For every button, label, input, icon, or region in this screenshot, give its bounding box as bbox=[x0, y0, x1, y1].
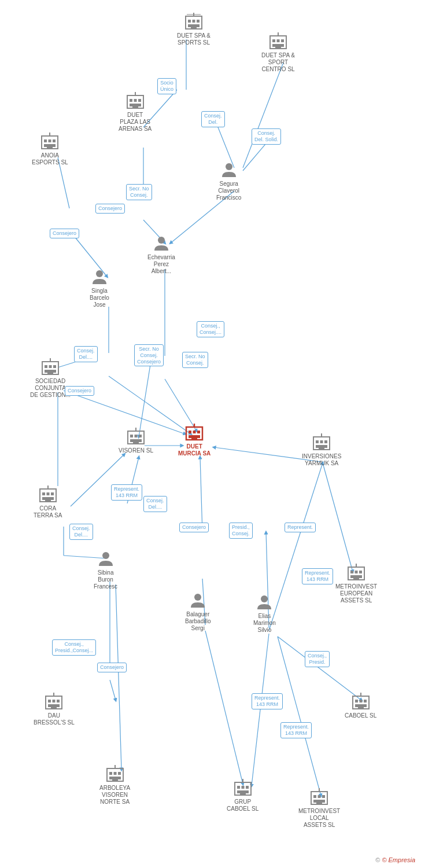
label-cora-terra: CORATERRA SA bbox=[34, 505, 62, 519]
badge-consejero-anoia: Consejero bbox=[95, 204, 125, 214]
svg-rect-101 bbox=[324, 445, 327, 448]
label-grup-caboel: GRUPCABOEL SL bbox=[227, 799, 258, 812]
label-anoia-esports: ANOIAESPORTS SL bbox=[32, 152, 68, 166]
node-duet-murcia: DUETMURCIA SA bbox=[178, 421, 211, 457]
company-icon-inversiones bbox=[311, 431, 332, 452]
badge-secr-no-consej-1: Secr. NoConsej. bbox=[126, 184, 152, 200]
svg-line-2 bbox=[243, 62, 283, 168]
badge-represent: Represent. bbox=[285, 523, 316, 532]
company-icon-arboleya-visoren bbox=[105, 763, 125, 784]
svg-rect-64 bbox=[53, 139, 56, 142]
svg-rect-133 bbox=[113, 772, 116, 775]
svg-rect-143 bbox=[237, 790, 240, 793]
node-elias-marimon: EliasMarimonSilvio bbox=[253, 593, 276, 634]
svg-rect-156 bbox=[313, 795, 316, 798]
watermark-brand: © Empresia bbox=[382, 856, 415, 863]
svg-rect-93 bbox=[197, 435, 200, 438]
badge-consejero-sibina: Consejero bbox=[97, 663, 127, 672]
svg-point-121 bbox=[194, 594, 201, 601]
svg-rect-56 bbox=[138, 99, 141, 102]
node-inversiones-yarmuk: INVERSIONESYARMUK SA bbox=[302, 431, 341, 467]
person-icon-sibina bbox=[97, 550, 115, 568]
svg-rect-109 bbox=[51, 497, 54, 500]
label-duet-spa-sports: DUET SPA & SPORTS SL bbox=[168, 32, 220, 46]
svg-rect-160 bbox=[322, 800, 325, 803]
svg-rect-140 bbox=[237, 786, 240, 789]
node-dau-bressols: DAUBRESSOL'S SL bbox=[34, 690, 75, 726]
badge-consej-del-solid: Consej.Del. Solid. bbox=[252, 128, 281, 145]
svg-rect-135 bbox=[109, 777, 112, 779]
svg-rect-137 bbox=[112, 777, 118, 781]
svg-rect-51 bbox=[275, 44, 281, 49]
svg-rect-65 bbox=[44, 144, 47, 147]
svg-rect-77 bbox=[53, 370, 56, 373]
company-icon-visoren bbox=[125, 425, 146, 446]
svg-rect-108 bbox=[42, 497, 45, 500]
svg-rect-55 bbox=[134, 99, 136, 102]
company-icon-anoia-esports bbox=[39, 130, 60, 151]
label-elias-marimon: EliasMarimonSilvio bbox=[253, 613, 276, 634]
svg-rect-116 bbox=[350, 575, 353, 578]
label-duet-murcia: DUETMURCIA SA bbox=[178, 443, 211, 457]
svg-point-70 bbox=[158, 237, 165, 244]
svg-rect-47 bbox=[276, 39, 279, 42]
label-arboleya-visoren: ARBOLEYAVISORENNORTE SA bbox=[99, 785, 130, 806]
person-icon-echevarria bbox=[152, 234, 171, 253]
svg-rect-149 bbox=[359, 700, 362, 703]
label-dau-bressols: DAUBRESSOL'S SL bbox=[34, 712, 75, 726]
svg-rect-81 bbox=[130, 435, 133, 437]
svg-rect-54 bbox=[130, 99, 132, 102]
company-icon-duet-spa-centro bbox=[268, 30, 289, 51]
svg-rect-86 bbox=[133, 439, 139, 444]
label-metroinvest-local: METROINVESTLOCALASSETS SL bbox=[298, 808, 340, 829]
svg-rect-126 bbox=[57, 700, 60, 703]
svg-rect-159 bbox=[313, 800, 316, 803]
svg-rect-94 bbox=[191, 435, 197, 440]
badge-represent-143-1: Represent.143 RRM bbox=[111, 484, 142, 501]
node-caboel-sl: CABOEL SL bbox=[345, 690, 376, 719]
svg-rect-141 bbox=[241, 786, 244, 789]
company-icon-cora-terra bbox=[38, 483, 58, 504]
svg-line-30 bbox=[323, 463, 353, 572]
company-icon-dau-bressols bbox=[43, 690, 64, 711]
svg-rect-66 bbox=[53, 144, 56, 147]
svg-rect-124 bbox=[48, 700, 51, 703]
svg-point-71 bbox=[96, 270, 103, 277]
node-cora-terra: CORATERRA SA bbox=[34, 483, 62, 519]
svg-rect-83 bbox=[139, 435, 142, 437]
svg-rect-99 bbox=[324, 440, 327, 443]
svg-rect-74 bbox=[49, 365, 52, 368]
badge-presid-consej: Presid.,Consej. bbox=[229, 523, 253, 539]
svg-rect-129 bbox=[51, 704, 57, 709]
label-sibina-buron: SibinaBuronFrancesc bbox=[94, 569, 117, 590]
svg-rect-57 bbox=[130, 104, 132, 106]
node-anoia-esports: ANOIAESPORTS SL bbox=[32, 130, 68, 166]
svg-rect-150 bbox=[364, 700, 367, 703]
node-metroinvest-local: METROINVESTLOCALASSETS SL bbox=[298, 786, 340, 829]
watermark: © © Empresia bbox=[375, 856, 415, 863]
svg-rect-153 bbox=[358, 704, 364, 709]
node-duet-spa-centro: DUET SPA &SPORTCENTRO SL bbox=[261, 30, 295, 73]
node-duet-spa-sports: DUET SPA & SPORTS SL bbox=[168, 10, 220, 46]
node-metroinvest-european: METROINVESTEUROPEANASSETS SL bbox=[335, 561, 377, 604]
svg-rect-114 bbox=[355, 571, 358, 573]
svg-rect-50 bbox=[281, 44, 284, 47]
badge-consej-del-2: Consej.Del.... bbox=[143, 496, 167, 512]
svg-rect-39 bbox=[197, 20, 200, 23]
person-icon-balaguer bbox=[189, 591, 207, 610]
company-icon-caboel-sl bbox=[350, 690, 371, 711]
svg-rect-91 bbox=[197, 431, 200, 433]
company-icon-grup-caboel bbox=[232, 777, 253, 797]
person-icon-elias bbox=[255, 593, 274, 612]
svg-point-69 bbox=[226, 163, 232, 170]
svg-rect-82 bbox=[135, 435, 138, 437]
company-icon-duet-spa-sports bbox=[183, 10, 204, 31]
badge-consejero-sociedad: Consejero bbox=[65, 386, 94, 396]
node-duet-plaza: DUETPLAZA LASARENAS SA bbox=[119, 90, 152, 133]
svg-rect-152 bbox=[364, 704, 367, 707]
node-balaguer-barbadillo: BalaguerBarbadilloSergi bbox=[185, 591, 211, 632]
svg-line-27 bbox=[205, 631, 243, 784]
svg-rect-148 bbox=[355, 700, 358, 703]
svg-rect-90 bbox=[193, 431, 196, 433]
badge-represent-143-2: Represent.143 RRM bbox=[302, 568, 333, 584]
